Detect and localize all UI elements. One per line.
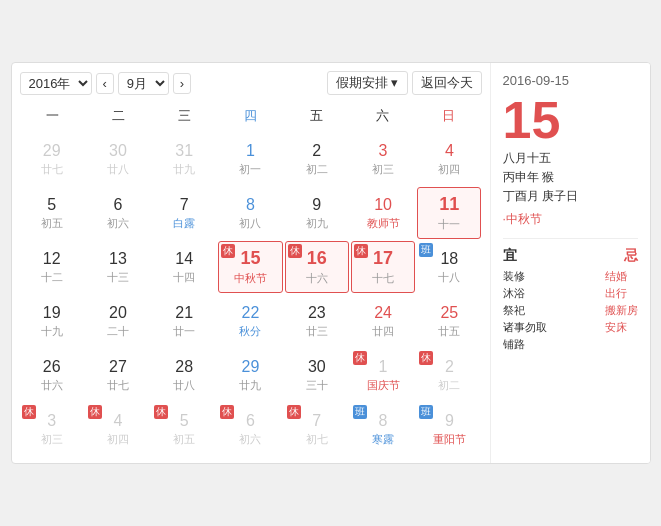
month-select[interactable]: 9月	[118, 72, 169, 95]
day-number: 19	[43, 303, 61, 322]
day-cell[interactable]: 休2初二	[417, 349, 481, 401]
day-cell[interactable]: 19十九	[20, 295, 84, 347]
next-month-button[interactable]: ›	[173, 73, 191, 94]
day-lunar: 廿五	[438, 324, 460, 339]
day-lunar: 重阳节	[433, 432, 466, 447]
weekday-thu: 四	[218, 103, 284, 129]
day-cell[interactable]: 休17十七	[351, 241, 415, 293]
day-number: 14	[175, 249, 193, 268]
day-lunar: 廿一	[173, 324, 195, 339]
day-cell[interactable]: 休1国庆节	[351, 349, 415, 401]
day-number: 21	[175, 303, 193, 322]
day-cell[interactable]: 12十二	[20, 241, 84, 293]
day-lunar: 初四	[107, 432, 129, 447]
day-lunar: 十九	[41, 324, 63, 339]
ji-item: 搬新房	[605, 303, 638, 318]
today-button[interactable]: 返回今天	[412, 71, 482, 95]
day-lunar: 十二	[41, 270, 63, 285]
day-number: 5	[47, 195, 56, 214]
day-lunar: 三十	[306, 378, 328, 393]
day-cell[interactable]: 29廿九	[218, 349, 282, 401]
xiu-badge: 休	[419, 351, 433, 365]
day-cell[interactable]: 9初九	[285, 187, 349, 239]
day-number: 26	[43, 357, 61, 376]
day-cell[interactable]: 31廿九	[152, 133, 216, 185]
day-number: 2	[312, 141, 321, 160]
day-number: 18	[440, 249, 458, 268]
day-lunar: 初七	[306, 432, 328, 447]
day-cell[interactable]: 29廿七	[20, 133, 84, 185]
day-number: 10	[374, 195, 392, 214]
day-cell[interactable]: 22秋分	[218, 295, 282, 347]
day-cell[interactable]: 休6初六	[218, 403, 282, 455]
day-cell[interactable]: 休5初五	[152, 403, 216, 455]
day-cell[interactable]: 5初五	[20, 187, 84, 239]
rp-year-gz: 丙申年 猴	[503, 169, 638, 186]
day-cell[interactable]: 7白露	[152, 187, 216, 239]
day-number: 17	[373, 248, 393, 270]
day-cell[interactable]: 30三十	[285, 349, 349, 401]
day-number: 1	[379, 357, 388, 376]
day-cell[interactable]: 20二十	[86, 295, 150, 347]
day-lunar: 廿八	[107, 162, 129, 177]
day-lunar: 初八	[239, 216, 261, 231]
day-lunar: 初二	[438, 378, 460, 393]
day-lunar: 廿六	[41, 378, 63, 393]
day-number: 23	[308, 303, 326, 322]
day-cell[interactable]: 休4初四	[86, 403, 150, 455]
day-cell[interactable]: 10教师节	[351, 187, 415, 239]
day-cell[interactable]: 2初二	[285, 133, 349, 185]
day-lunar: 廿七	[107, 378, 129, 393]
day-cell[interactable]: 28廿八	[152, 349, 216, 401]
day-cell[interactable]: 26廿六	[20, 349, 84, 401]
holiday-button[interactable]: 假期安排 ▾	[327, 71, 408, 95]
day-cell[interactable]: 14十四	[152, 241, 216, 293]
day-cell[interactable]: 4初四	[417, 133, 481, 185]
day-cell[interactable]: 休15中秋节	[218, 241, 282, 293]
day-number: 4	[113, 411, 122, 430]
day-cell[interactable]: 班18十八	[417, 241, 481, 293]
day-cell[interactable]: 23廿三	[285, 295, 349, 347]
day-lunar: 十四	[173, 270, 195, 285]
xiu-badge: 休	[22, 405, 36, 419]
day-lunar: 国庆节	[367, 378, 400, 393]
day-cell[interactable]: 班8寒露	[351, 403, 415, 455]
day-number: 6	[113, 195, 122, 214]
day-cell[interactable]: 1初一	[218, 133, 282, 185]
day-cell[interactable]: 27廿七	[86, 349, 150, 401]
day-lunar: 十八	[438, 270, 460, 285]
day-cell[interactable]: 班9重阳节	[417, 403, 481, 455]
day-lunar: 初五	[173, 432, 195, 447]
day-lunar: 廿九	[173, 162, 195, 177]
day-cell[interactable]: 25廿五	[417, 295, 481, 347]
day-cell[interactable]: 8初八	[218, 187, 282, 239]
day-cell[interactable]: 13十三	[86, 241, 150, 293]
rp-month-gz: 丁酉月 庚子日	[503, 188, 638, 205]
day-lunar: 初三	[41, 432, 63, 447]
day-number: 6	[246, 411, 255, 430]
day-lunar: 十三	[107, 270, 129, 285]
ji-item: 出行	[605, 286, 638, 301]
day-cell[interactable]: 6初六	[86, 187, 150, 239]
day-cell[interactable]: 休7初七	[285, 403, 349, 455]
yi-item: 铺路	[503, 337, 547, 352]
calendar-left: 2016年 ‹ 9月 › 假期安排 ▾ 返回今天 一 二 三 四 五 六 日 2…	[12, 63, 490, 463]
day-number: 24	[374, 303, 392, 322]
day-cell[interactable]: 11十一	[417, 187, 481, 239]
rp-lunar: 八月十五	[503, 150, 638, 167]
day-cell[interactable]: 3初三	[351, 133, 415, 185]
xiu-badge: 休	[287, 405, 301, 419]
xiu-badge: 休	[220, 405, 234, 419]
year-select[interactable]: 2016年	[20, 72, 92, 95]
day-cell[interactable]: 24廿四	[351, 295, 415, 347]
prev-month-button[interactable]: ‹	[96, 73, 114, 94]
day-cell[interactable]: 休3初三	[20, 403, 84, 455]
weekday-tue: 二	[86, 103, 152, 129]
day-lunar: 十六	[306, 271, 328, 286]
toolbar: 2016年 ‹ 9月 › 假期安排 ▾ 返回今天	[20, 71, 482, 95]
day-cell[interactable]: 休16十六	[285, 241, 349, 293]
day-number: 16	[307, 248, 327, 270]
ban-badge: 班	[419, 405, 433, 419]
day-cell[interactable]: 21廿一	[152, 295, 216, 347]
day-cell[interactable]: 30廿八	[86, 133, 150, 185]
